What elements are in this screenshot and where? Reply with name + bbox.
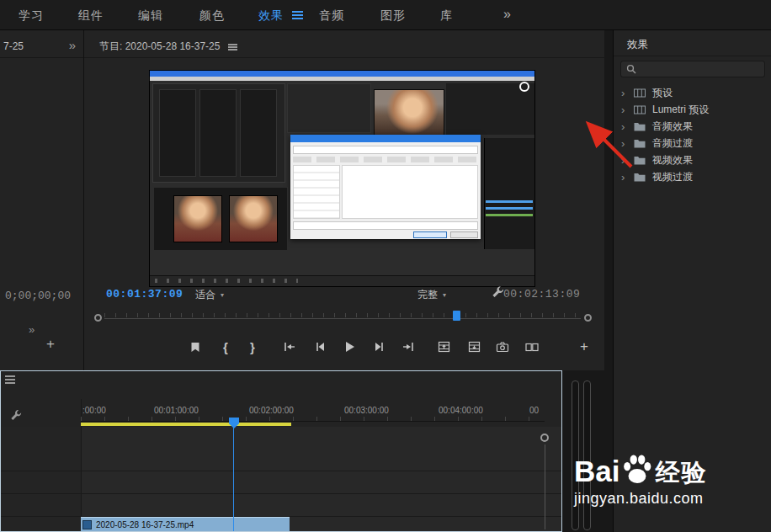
workspace-tab-learn[interactable]: 学习: [19, 8, 44, 24]
dialog-open-button: [413, 231, 447, 238]
button-editor-plus[interactable]: +: [574, 337, 594, 357]
zoom-level-dropdown[interactable]: 适合 ▾: [195, 288, 224, 302]
baidu-watermark: Bai 经验 jingyan.baidu.com: [574, 453, 707, 508]
track-divider: [1, 493, 561, 494]
baidu-logo: Bai 经验: [574, 453, 707, 485]
recorded-file-dialog: [290, 135, 481, 239]
recorded-track-clip: [486, 200, 533, 203]
mini-timeline-ticks[interactable]: [104, 313, 581, 317]
source-overflow-chevron-icon[interactable]: »: [29, 323, 35, 336]
divider: [0, 57, 83, 58]
effects-item-label: 音频效果: [652, 120, 693, 134]
cursor-highlight-ring: [519, 82, 529, 92]
divider: [614, 56, 771, 56]
recorded-mixer-column: [159, 89, 196, 177]
timeline-scrollbar-handle[interactable]: [540, 434, 549, 442]
recorded-track-clip: [486, 207, 533, 210]
scrollbar-left-handle[interactable]: [94, 314, 102, 322]
program-monitor-title-row: 节目: 2020-05-28 16-37-25: [99, 40, 237, 54]
panel-menu-icon[interactable]: [228, 44, 237, 51]
workspace-tab-graphics[interactable]: 图形: [380, 8, 406, 24]
dialog-nav-pane: [293, 165, 340, 219]
comparison-view-button[interactable]: [522, 337, 542, 357]
timeline-menu-icon[interactable]: [5, 375, 15, 384]
export-frame-camera-icon[interactable]: [492, 337, 513, 357]
search-icon: [626, 64, 636, 74]
playback-resolution-dropdown[interactable]: 完整 ▾: [417, 288, 446, 302]
dialog-filename-field: [293, 221, 478, 230]
baidu-paw-icon: [622, 453, 652, 485]
timeline-scrollbar-track[interactable]: [545, 444, 545, 529]
watermark-url: jingyan.baidu.com: [574, 490, 707, 508]
panel-overflow-chevron-icon[interactable]: »: [69, 38, 76, 52]
timeline-clip[interactable]: 2020-05-28 16-37-25.mp4: [81, 517, 290, 531]
baidu-logo-suffix: 经验: [655, 460, 707, 485]
mark-in-button[interactable]: {: [215, 337, 236, 357]
recorded-timeline-strip: [484, 138, 534, 249]
divider: [84, 57, 604, 58]
dialog-cancel-button: [450, 231, 478, 238]
ruler-label: 00:03:00:00: [344, 406, 389, 415]
recorded-titlebar: [150, 71, 534, 77]
effects-panel-title[interactable]: 效果: [627, 38, 648, 52]
preset-bin-icon: [634, 88, 646, 98]
chevron-right-icon[interactable]: ›: [621, 88, 627, 98]
workspace-tab-assembly[interactable]: 组件: [78, 8, 104, 24]
clip-name: 2020-05-28 16-37-25.mp4: [96, 520, 194, 529]
scrollbar-right-handle[interactable]: [584, 314, 592, 322]
scrollbar-track[interactable]: [104, 318, 581, 319]
workspace-tab-effects[interactable]: 效果: [258, 8, 284, 24]
recorded-mixer-column: [240, 89, 277, 177]
lift-button[interactable]: [433, 337, 454, 357]
workspace-tab-library[interactable]: 库: [440, 8, 453, 24]
clip-fx-badge-icon[interactable]: [82, 520, 92, 529]
program-monitor-panel: 节目: 2020-05-28 16-37-25: [84, 30, 604, 370]
recorded-bottom-icons: [155, 279, 298, 283]
settings-wrench-icon[interactable]: [492, 285, 504, 301]
effects-item-label: 视频过渡: [652, 170, 693, 184]
premiere-app-window: 学习 组件 编辑 颜色 效果 音频 图形 库 » 7-25 » 0;00;00;…: [0, 0, 771, 532]
ruler-label: 00: [529, 406, 539, 415]
source-monitor-strip: 7-25 » 0;00;00;00 » +: [0, 30, 84, 370]
recorded-menubar: [150, 77, 534, 81]
extract-button[interactable]: [464, 337, 484, 357]
timeline-panel: :00:00 00:01:00:00 00:02:00:00 00:03:00:…: [0, 370, 562, 532]
timeline-ruler[interactable]: :00:00 00:01:00:00 00:02:00:00 00:03:00:…: [81, 403, 545, 422]
program-video-frame: [150, 71, 534, 286]
monitor-playhead[interactable]: [453, 311, 460, 321]
effects-item-label: Lumetri 预设: [652, 103, 709, 117]
effects-search-box[interactable]: [620, 61, 765, 77]
workspace-menu-icon[interactable]: [292, 11, 303, 19]
workspace-tab-edit[interactable]: 编辑: [138, 8, 163, 24]
recorded-mid-panel: [287, 83, 371, 133]
annotation-arrow: [579, 111, 646, 178]
current-timecode[interactable]: 00:01:37:09: [106, 288, 183, 301]
playback-resolution-value: 完整: [417, 288, 438, 302]
dialog-titlebar: [290, 135, 481, 142]
source-panel-tab[interactable]: 7-25: [3, 40, 24, 52]
step-forward-button[interactable]: [369, 337, 389, 357]
mark-out-button[interactable]: }: [242, 337, 263, 357]
workspace-tab-audio[interactable]: 音频: [319, 8, 344, 24]
workspace-overflow-chevron-icon[interactable]: »: [503, 7, 512, 22]
play-button[interactable]: [339, 337, 359, 357]
go-to-in-button[interactable]: [279, 337, 300, 357]
baidu-logo-text: Bai: [574, 457, 619, 485]
zoom-level-value: 适合: [195, 288, 215, 302]
effects-item-label: 音频过渡: [652, 136, 693, 151]
source-add-button[interactable]: +: [46, 336, 55, 353]
work-area-bar[interactable]: [81, 423, 291, 426]
workspace-tab-color[interactable]: 颜色: [199, 8, 225, 24]
dialog-toolbar: [293, 157, 478, 162]
effects-item-label: 预设: [652, 86, 673, 100]
add-marker-button[interactable]: [185, 337, 205, 357]
duration-timecode: 00:02:13:09: [503, 288, 580, 301]
ruler-label: 00:02:00:00: [249, 406, 294, 415]
effects-search-input[interactable]: [641, 63, 759, 75]
dialog-file-list: [342, 165, 478, 219]
program-monitor-title: 节目: 2020-05-28 16-37-25: [99, 40, 220, 54]
effects-tree-item-presets[interactable]: › 预设: [614, 84, 771, 101]
step-back-button[interactable]: [310, 337, 330, 357]
webcam-picture: [374, 89, 444, 137]
go-to-out-button[interactable]: [398, 337, 418, 357]
